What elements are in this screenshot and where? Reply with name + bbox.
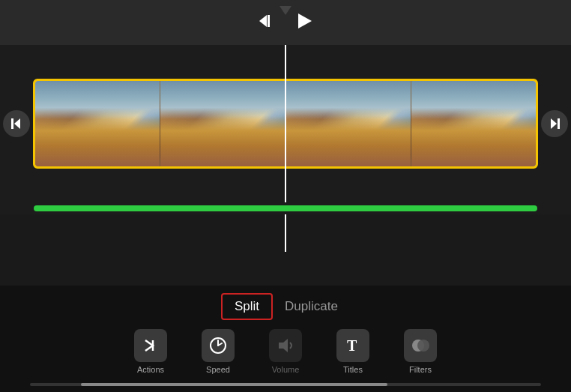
svg-marker-3 [14, 118, 20, 129]
skip-right-button[interactable] [541, 110, 568, 137]
svg-text:T: T [347, 337, 357, 354]
bottom-toolbar: Split Duplicate Actions Speed [0, 286, 571, 392]
thumbnail-4 [411, 81, 536, 166]
titles-icon: T [336, 329, 369, 362]
duplicate-tab[interactable]: Duplicate [273, 293, 350, 320]
actions-row: Actions Speed Volume [0, 326, 571, 380]
svg-rect-6 [558, 118, 560, 129]
filters-button[interactable]: Filters [398, 329, 443, 374]
volume-button[interactable]: Volume [263, 329, 308, 374]
filters-icon [404, 329, 437, 362]
tab-bar: Split Duplicate [0, 286, 571, 326]
scrollbar-area [0, 380, 571, 392]
playhead-triangle-top [280, 6, 291, 15]
volume-label: Volume [272, 365, 300, 374]
thumbnail-2 [160, 81, 286, 166]
svg-marker-5 [551, 118, 557, 129]
split-tab[interactable]: Split [221, 293, 273, 320]
rewind-button[interactable] [255, 9, 279, 37]
speed-label: Speed [206, 365, 230, 374]
audio-track-area [0, 202, 571, 214]
thumbnail-1 [35, 81, 160, 166]
scrollbar-track[interactable] [30, 383, 541, 386]
timeline-area [0, 45, 571, 202]
thumbnail-3 [286, 81, 411, 166]
actions-label: Actions [137, 365, 164, 374]
filters-label: Filters [409, 365, 432, 374]
svg-marker-8 [279, 339, 288, 352]
svg-marker-0 [259, 15, 267, 27]
skip-left-button[interactable] [3, 110, 30, 137]
playhead-line [285, 45, 286, 202]
spacer-area [0, 214, 571, 252]
audio-track [34, 205, 537, 211]
svg-rect-1 [268, 15, 270, 27]
speed-icon [202, 329, 235, 362]
svg-point-11 [417, 340, 429, 352]
playhead-extension [285, 214, 286, 252]
actions-icon [134, 329, 167, 362]
actions-button[interactable]: Actions [128, 329, 173, 374]
play-button[interactable] [294, 9, 316, 37]
transport-area [0, 0, 571, 45]
volume-icon [269, 329, 302, 362]
scrollbar-thumb[interactable] [81, 383, 387, 386]
svg-marker-2 [298, 13, 312, 28]
titles-label: Titles [343, 365, 363, 374]
speed-button[interactable]: Speed [196, 329, 241, 374]
titles-button[interactable]: T Titles [330, 329, 375, 374]
svg-rect-4 [11, 118, 13, 129]
